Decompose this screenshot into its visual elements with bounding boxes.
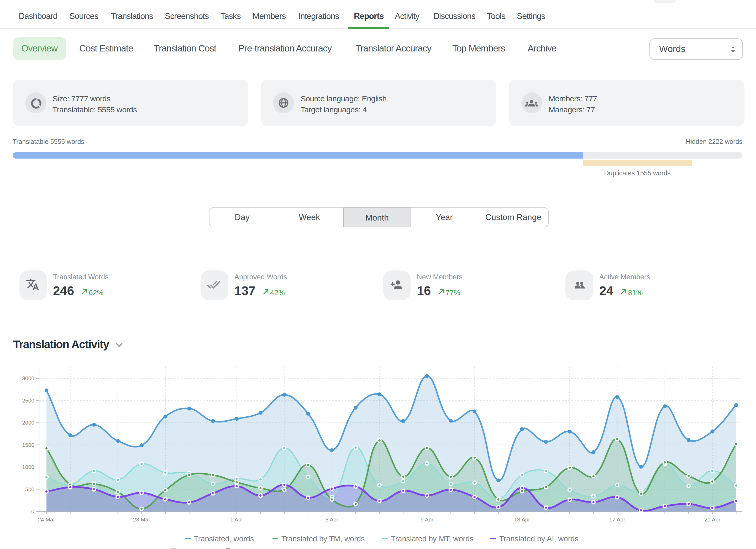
svg-text:21 Apr: 21 Apr xyxy=(704,516,720,522)
svg-text:13 Apr: 13 Apr xyxy=(514,516,530,522)
svg-text:24 Mar: 24 Mar xyxy=(38,516,55,522)
svg-text:1 Apr: 1 Apr xyxy=(230,516,243,522)
svg-text:28 Mar: 28 Mar xyxy=(133,516,150,522)
svg-text:5 Apr: 5 Apr xyxy=(325,516,338,522)
svg-text:0: 0 xyxy=(31,508,34,514)
svg-text:1500: 1500 xyxy=(22,442,34,448)
svg-text:2500: 2500 xyxy=(22,398,34,404)
svg-text:500: 500 xyxy=(25,486,34,492)
svg-text:1000: 1000 xyxy=(22,464,34,470)
svg-text:17 Apr: 17 Apr xyxy=(609,516,625,522)
svg-text:2000: 2000 xyxy=(22,420,34,426)
svg-text:3000: 3000 xyxy=(22,375,34,381)
svg-text:9 Apr: 9 Apr xyxy=(421,516,433,522)
